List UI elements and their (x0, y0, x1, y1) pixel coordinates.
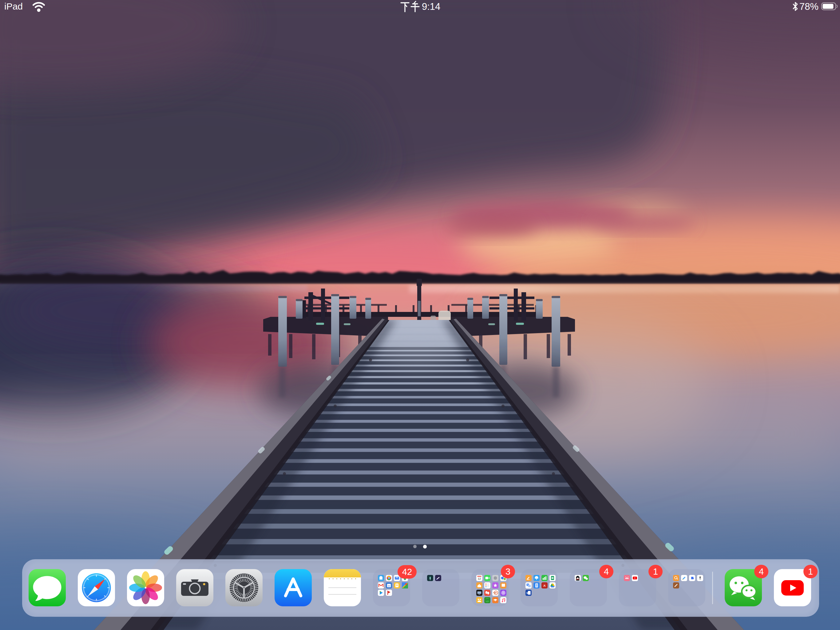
svg-text:W: W (526, 592, 529, 595)
svg-text:78%: 78% (799, 1, 818, 12)
svg-text:12: 12 (478, 577, 481, 580)
svg-text:9:14: 9:14 (422, 1, 440, 12)
svg-text:iPad: iPad (4, 1, 23, 11)
svg-text:A: A (543, 584, 546, 587)
svg-text:A: A (527, 584, 528, 586)
svg-text:31: 31 (388, 584, 390, 587)
